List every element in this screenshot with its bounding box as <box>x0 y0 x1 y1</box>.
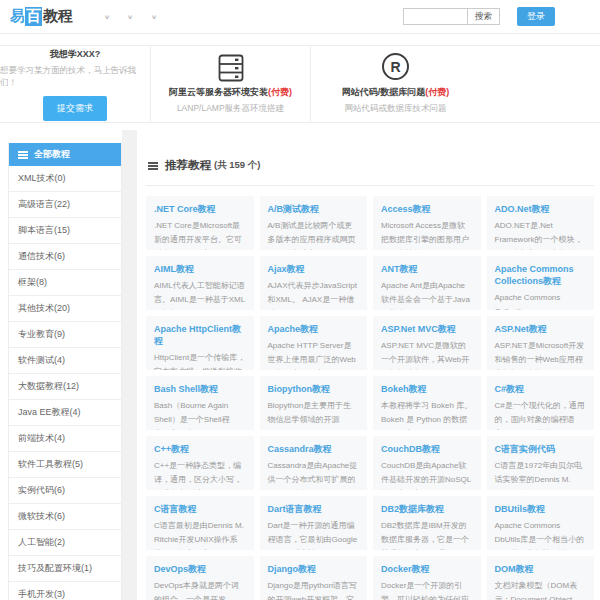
tutorial-card[interactable]: AIML教程 AIML代表人工智能标记语言。AIML是一种基于XML的标记语 <box>146 256 254 310</box>
tutorial-card-title[interactable]: ADO.Net教程 <box>495 203 587 215</box>
tutorial-card-title[interactable]: Apache Commons Collections教程 <box>495 263 587 287</box>
sidebar-item[interactable]: XML技术(0) <box>9 166 121 192</box>
tutorial-card[interactable]: Cassandra教程 Cassandra是由Apache提供一个分布式和可扩展… <box>260 436 368 490</box>
chevron-down-icon: ∨ <box>128 13 134 20</box>
submit-request-button[interactable]: 提交需求 <box>43 96 107 121</box>
sidebar-item[interactable]: 其他技术(20) <box>9 296 121 322</box>
tutorial-card-title[interactable]: A/B测试教程 <box>268 203 360 215</box>
tutorial-card[interactable]: CouchDB教程 CouchDB是由Apache软件基础开发的开源NoSQL数… <box>373 436 481 490</box>
tutorial-card[interactable]: DOM教程 文档对象模型（DOM表示：Document Object Model… <box>487 556 595 600</box>
tutorial-card[interactable]: .NET Core教程 .NET Core是Microsoft最新的通用开发平台… <box>146 196 254 250</box>
tutorial-card[interactable]: A/B测试教程 A/B测试是比较两个或更多版本的应用程序或网页的最佳方式之一。 <box>260 196 368 250</box>
tutorial-card[interactable]: DevOps教程 DevOps本身就是两个词的组合，一个是开发(Developm… <box>146 556 254 600</box>
tutorial-card-title[interactable]: ANT教程 <box>381 263 473 275</box>
sidebar-item[interactable]: 通信技术(6) <box>9 244 121 270</box>
category-sidebar: 全部教程 XML技术(0) 高级语言(22) 脚本语言(15) 通信技术(6) … <box>8 143 122 600</box>
tutorial-card[interactable]: C语言实例代码 C语言是1972年由贝尔电话实验室的Dennis M. Ritc… <box>487 436 595 490</box>
login-button[interactable]: 登录 <box>517 7 555 26</box>
tutorial-card[interactable]: Apache HttpClient教程 HttpClient是一个传输库，它在客… <box>146 316 254 370</box>
tutorial-card-title[interactable]: Apache教程 <box>268 323 360 335</box>
tutorial-card-desc: C语言是1972年由贝尔电话实验室的Dennis M. Ritchie在开发UN… <box>495 459 587 490</box>
sidebar-item[interactable]: 手机开发(3) <box>9 582 121 600</box>
sidebar-item[interactable]: 脚本语言(15) <box>9 218 121 244</box>
main-content: 推荐教程 (共 159 个) .NET Core教程 .NET Core是Mic… <box>146 152 594 600</box>
nav-item[interactable]: ∨ <box>150 13 156 20</box>
tutorial-card[interactable]: Access教程 Microsoft Access是微软把数据库引擎的图形用户界… <box>373 196 481 250</box>
tutorial-card[interactable]: Django教程 Django是用python语言写的开源web开发框架，它鼓励… <box>260 556 368 600</box>
tutorial-card-title[interactable]: Bash Shell教程 <box>154 383 246 395</box>
tutorial-card-desc: Apache HTTP Server是世界上使用最广泛的Web服务器应用程序。 <box>268 339 360 370</box>
sidebar-item[interactable]: 前端技术(4) <box>9 426 121 452</box>
tutorial-card-title[interactable]: DB2数据库教程 <box>381 503 473 515</box>
sidebar-item[interactable]: 软件工具教程(5) <box>9 452 121 478</box>
tutorial-card-title[interactable]: CouchDB教程 <box>381 443 473 455</box>
banner-code-help-column[interactable]: R 网站代码/数据库问题(付费) 网站代码或数据库技术问题 <box>310 46 480 122</box>
tutorial-card-title[interactable]: Dart语言教程 <box>268 503 360 515</box>
nav-item[interactable]: ∨ <box>103 13 109 20</box>
sidebar-item[interactable]: 人工智能(2) <box>9 530 121 556</box>
sidebar-item[interactable]: 技巧及配置环境(1) <box>9 556 121 582</box>
tutorial-card[interactable]: DB2数据库教程 DB2数据库是IBM开发的数据库服务器，它是一个关系数据库管理… <box>373 496 481 550</box>
tutorial-card[interactable]: C语言教程 C语言最初是由Dennis M. Ritchie开发UNIX操作系统… <box>146 496 254 550</box>
tutorial-card[interactable]: ASP.Net教程 ASP.NET是Microsoft开发和销售的一种Web应用… <box>487 316 595 370</box>
tutorial-card-title[interactable]: C语言教程 <box>154 503 246 515</box>
sidebar-item[interactable]: 框架(8) <box>9 270 121 296</box>
sidebar-item[interactable]: 微软技术(6) <box>9 504 121 530</box>
search-area: 搜索 <box>403 8 500 25</box>
registered-icon: R <box>382 53 409 80</box>
chevron-down-icon: ∨ <box>104 13 110 20</box>
tutorial-card[interactable]: Ajax教程 AJAX代表异步JavaScript和XML。 AJAX是一种借助… <box>260 256 368 310</box>
tutorial-card-title[interactable]: Ajax教程 <box>268 263 360 275</box>
tutorial-card-title[interactable]: Biopython教程 <box>268 383 360 395</box>
sidebar-item[interactable]: 高级语言(22) <box>9 192 121 218</box>
nav-item[interactable]: ∨ <box>126 13 132 20</box>
tutorial-card-title[interactable]: C语言实例代码 <box>495 443 587 455</box>
tutorial-card-title[interactable]: DOM教程 <box>495 563 587 575</box>
tutorial-card[interactable]: Bokeh教程 本教程将学习 Bokeh 库。Bokeh 是 Python 的数… <box>373 376 481 430</box>
sidebar-item[interactable]: 专业教育(9) <box>9 322 121 348</box>
tutorial-card[interactable]: Dart语言教程 Dart是一种开源的通用编程语言，它最初由Google开发，后… <box>260 496 368 550</box>
tutorial-card[interactable]: C++教程 C++是一种静态类型，编译，通用，区分大小写，形式自由的编 <box>146 436 254 490</box>
sidebar-item[interactable]: Java EE教程(4) <box>9 400 121 426</box>
tutorial-card-desc: ASP.NET MVC是微软的一个开源软件，其Web开发框架结合了 <box>381 339 473 370</box>
tutorial-card-desc: C语言最初是由Dennis M. Ritchie开发UNIX操作系统在贝尔实验室 <box>154 519 246 550</box>
tutorial-card-title[interactable]: Django教程 <box>268 563 360 575</box>
site-logo[interactable]: 易 百 教程 <box>10 7 73 26</box>
tutorial-card-title[interactable]: C#教程 <box>495 383 587 395</box>
tutorial-card-desc: Cassandra是由Apache提供一个分布式和可扩展的NoSQL数据 <box>268 459 360 490</box>
sidebar-item[interactable]: 大数据教程(12) <box>9 374 121 400</box>
tutorial-card-title[interactable]: .NET Core教程 <box>154 203 246 215</box>
search-input[interactable] <box>403 8 467 25</box>
tutorial-card-title[interactable]: Access教程 <box>381 203 473 215</box>
tutorial-card[interactable]: Bash Shell教程 Bash（Bourne Again Shell）是一个… <box>146 376 254 430</box>
tutorial-card-title[interactable]: ASP.Net MVC教程 <box>381 323 473 335</box>
logo-part-3: 教程 <box>43 7 73 26</box>
tutorial-card[interactable]: DBUtils教程 Apache Commons DbUtils库是一个相当小的… <box>487 496 595 550</box>
tutorial-card[interactable]: Apache教程 Apache HTTP Server是世界上使用最广泛的Web… <box>260 316 368 370</box>
banner-server-column[interactable]: 阿里云等服务器环境安装(付费) LANP/LAMP服务器环境搭建 <box>150 46 310 122</box>
tutorial-card[interactable]: ADO.Net教程 ADO.NET是.Net Framework的一个模块，用于… <box>487 196 595 250</box>
tutorial-card-title[interactable]: Apache HttpClient教程 <box>154 323 246 347</box>
tutorial-card-title[interactable]: Cassandra教程 <box>268 443 360 455</box>
tutorial-card-title[interactable]: Docker教程 <box>381 563 473 575</box>
tutorial-card-title[interactable]: C++教程 <box>154 443 246 455</box>
tutorial-card[interactable]: Biopython教程 Biopython是主要用于生物信息学领域的开源pyth… <box>260 376 368 430</box>
tutorial-card-desc: Dart是一种开源的通用编程语言，它最初由Google开发，后来被 <box>268 519 360 550</box>
tutorial-card[interactable]: ANT教程 Apache Ant是由Apache软件基金会一个基于Java的构建… <box>373 256 481 310</box>
tutorial-card-desc: Django是用python语言写的开源web开发框架，它鼓励快速开发，并 <box>268 579 360 600</box>
tutorial-card[interactable]: Apache Commons Collections教程 Apache Comm… <box>487 256 595 310</box>
tutorial-card[interactable]: C#教程 C#是一个现代化的，通用的，面向对象的编程语言。C#是微软公 <box>487 376 595 430</box>
tutorial-card[interactable]: Docker教程 Docker是一个开源的引擎，可以轻松的为任何应用创建一个轻量… <box>373 556 481 600</box>
tutorial-card-title[interactable]: DevOps教程 <box>154 563 246 575</box>
tutorial-card-title[interactable]: Bokeh教程 <box>381 383 473 395</box>
sidebar-item[interactable]: 软件测试(4) <box>9 348 121 374</box>
paid-tag: (付费) <box>268 87 292 97</box>
tutorial-card-title[interactable]: AIML教程 <box>154 263 246 275</box>
sidebar-header-all-tutorials[interactable]: 全部教程 <box>9 143 121 166</box>
promo-banner: 我想学XXX? 想要学习某方面的技术，马上告诉我们！ 提交需求 阿里云等服务器环… <box>0 45 600 123</box>
tutorial-card-title[interactable]: DBUtils教程 <box>495 503 587 515</box>
sidebar-item[interactable]: 实例代码(6) <box>9 478 121 504</box>
tutorial-card-title[interactable]: ASP.Net教程 <box>495 323 587 335</box>
search-button[interactable]: 搜索 <box>467 8 500 25</box>
tutorial-card[interactable]: ASP.Net MVC教程 ASP.NET MVC是微软的一个开源软件，其Web… <box>373 316 481 370</box>
